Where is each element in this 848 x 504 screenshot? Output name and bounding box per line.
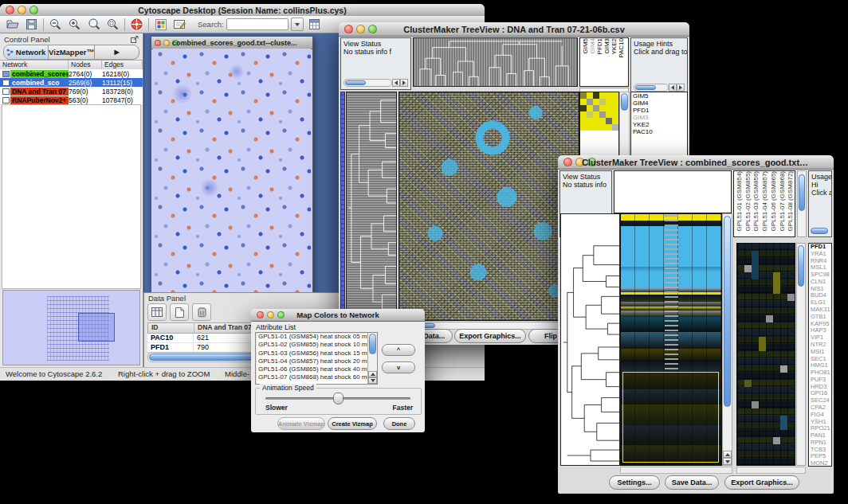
matrix-cell[interactable] — [593, 111, 599, 118]
speed-slider-thumb[interactable] — [333, 393, 344, 404]
cytoscape-titlebar[interactable]: Cytoscape Desktop (Session Name: collins… — [0, 4, 485, 17]
column-header-nodes[interactable]: Nodes — [69, 61, 102, 69]
matrix-cell[interactable] — [612, 118, 618, 124]
matrix-cell[interactable] — [593, 99, 599, 105]
close-button[interactable] — [6, 6, 14, 14]
scrollbar-thumb[interactable] — [811, 228, 828, 234]
float-panel-icon[interactable] — [131, 36, 139, 43]
zoom-selected-icon[interactable] — [105, 18, 120, 31]
network-list-row[interactable]: DNA and Tran 07 769(0) 183728(0) — [0, 87, 143, 96]
row-label[interactable]: GIM3 — [631, 114, 687, 121]
move-up-button[interactable]: ^ — [382, 344, 415, 356]
matrix-cell[interactable] — [587, 99, 593, 105]
close-button[interactable] — [344, 25, 353, 33]
zoom-heatmap[interactable] — [736, 243, 795, 466]
matrix-cell[interactable] — [593, 92, 599, 99]
export-graphics-button[interactable]: Export Graphics... — [724, 475, 799, 490]
matrix-cell[interactable] — [580, 111, 587, 118]
matrix-cell[interactable] — [606, 99, 612, 105]
gene-label[interactable]: MON2 — [809, 460, 831, 467]
attribute-list-item[interactable]: GPL51-06 (GSM865) heat shock 40 min — [256, 365, 377, 373]
row-label[interactable]: PFD1 — [631, 107, 687, 114]
dialog-titlebar[interactable]: Map Colors to Network — [251, 309, 425, 322]
settings-button[interactable]: Settings... — [609, 475, 660, 490]
birdseye-overview[interactable] — [2, 290, 140, 365]
column-label[interactable]: GIM5 — [582, 38, 588, 54]
row-label[interactable]: GIM5 — [631, 92, 687, 100]
vizmapper-palette-icon[interactable] — [153, 18, 168, 31]
matrix-cell[interactable] — [587, 118, 593, 124]
matrix-cell[interactable] — [612, 92, 618, 99]
column-label[interactable]: GPL51-01 (GSM854) — [736, 171, 744, 232]
matrix-cell[interactable] — [612, 105, 618, 111]
frame-close-button[interactable] — [155, 40, 161, 46]
matrix-cell[interactable] — [599, 105, 606, 111]
matrix-cell[interactable] — [606, 105, 612, 111]
main-heatmap[interactable] — [620, 213, 722, 466]
scroll-left-button[interactable] — [392, 79, 400, 87]
attribute-list-item[interactable]: GPL51-02 (GSM855) heat shock 10 min — [256, 341, 377, 349]
network-canvas[interactable] — [153, 49, 311, 298]
attribute-id-header[interactable]: ID — [148, 323, 194, 333]
new-attribute-icon[interactable] — [170, 303, 189, 321]
done-button[interactable]: Done — [383, 417, 415, 430]
matrix-cell[interactable] — [606, 124, 612, 131]
matrix-cell[interactable] — [599, 111, 606, 118]
attribute-list-item[interactable]: GPL51-03 (GSM856) heat shock 15 min — [256, 350, 377, 357]
column-label[interactable]: GPL51-03 (GSM856) — [752, 171, 760, 232]
column-label[interactable]: GPL51-08 (GSM872) — [787, 171, 795, 232]
help-lifebuoy-icon[interactable] — [129, 18, 144, 31]
scroll-up-button[interactable] — [368, 371, 377, 377]
close-button[interactable] — [257, 311, 264, 318]
tab-network[interactable]: Network — [4, 45, 49, 59]
column-labels-vscrollbar[interactable] — [797, 170, 807, 237]
zoom-hscroll-strip[interactable] — [736, 467, 806, 474]
matrix-cell[interactable] — [599, 92, 606, 99]
matrix-cell[interactable] — [580, 105, 587, 111]
birdseye-viewport-rect[interactable] — [78, 313, 115, 342]
scroll-up-button[interactable] — [723, 451, 732, 458]
attribute-list-item[interactable]: GPL51-01 (GSM854) heat shock 05 min — [256, 333, 377, 341]
column-label[interactable]: PAC10 — [618, 38, 624, 58]
attribute-list-item[interactable]: GPL51-07 (GSM868) heat shock 60 min — [256, 373, 377, 381]
treeview1-titlebar[interactable]: ClusterMaker TreeView : DNA and Tran 07-… — [339, 22, 689, 37]
tab-vizmapper[interactable]: VizMapper™ — [49, 45, 94, 59]
usage-scrollbar[interactable] — [634, 84, 685, 92]
close-button[interactable] — [563, 158, 572, 166]
column-label[interactable]: GIM3 — [603, 38, 610, 54]
column-tree-area[interactable] — [614, 170, 732, 213]
scrollbar-thumb[interactable] — [369, 334, 376, 354]
matrix-cell[interactable] — [606, 111, 612, 118]
scrollbar-thumb[interactable] — [345, 80, 366, 85]
matrix-cell[interactable] — [593, 105, 599, 111]
scrollbar-thumb[interactable] — [799, 174, 805, 211]
select-attributes-icon[interactable] — [147, 303, 167, 321]
global-pixel-strip[interactable] — [340, 92, 345, 321]
attribute-list-item[interactable]: GPL51-04 (GSM857) heat shock 20 min — [256, 357, 377, 365]
matrix-cell[interactable] — [593, 124, 599, 131]
heatmap-vscrollbar[interactable] — [722, 213, 732, 466]
attribute-list-vscrollbar[interactable] — [367, 333, 377, 384]
save-session-icon[interactable] — [24, 18, 39, 31]
status-scrollbar[interactable] — [344, 79, 408, 87]
column-label[interactable]: GPL51-04 (GSM857) — [761, 171, 769, 232]
matrix-cell[interactable] — [606, 92, 612, 99]
matrix-cell[interactable] — [580, 124, 587, 131]
matrix-cell[interactable] — [580, 92, 587, 99]
network-list-row[interactable]: RNAPuberNov2+ 563(0) 107847(0) — [0, 96, 143, 104]
scroll-left-button[interactable] — [669, 84, 677, 92]
scrollbar-thumb[interactable] — [635, 85, 656, 90]
matrix-cell[interactable] — [580, 118, 587, 124]
network-list-row[interactable]: combined_sco 2569(6) 13112(15) — [0, 78, 143, 87]
scrollbar-thumb[interactable] — [798, 245, 804, 287]
matrix-cell[interactable] — [599, 99, 606, 105]
tab-overflow-button[interactable]: ▶ — [94, 45, 139, 59]
row-label[interactable]: PAC10 — [631, 128, 687, 135]
scroll-down-button[interactable] — [368, 377, 377, 384]
column-dendrogram[interactable] — [413, 37, 578, 87]
annotation-edit-icon[interactable] — [172, 18, 187, 31]
network-frame-titlebar[interactable]: combined_scores_good.txt--cluste... — [151, 37, 312, 49]
matrix-cell[interactable] — [599, 124, 606, 131]
zoom-in-icon[interactable] — [67, 18, 82, 31]
zoom-fit-icon[interactable] — [86, 18, 101, 31]
